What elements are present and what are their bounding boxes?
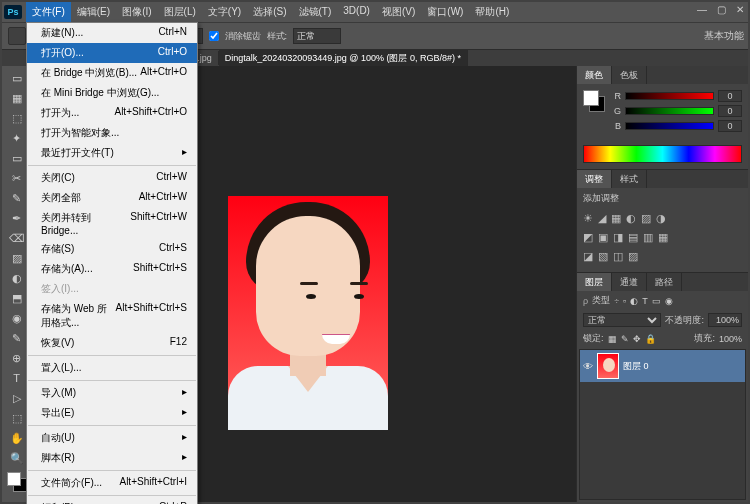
- tab-channels[interactable]: 通道: [612, 273, 647, 291]
- menu-item[interactable]: 恢复(V)F12: [27, 333, 197, 353]
- tool-5[interactable]: ✂: [8, 169, 26, 187]
- right-panels: 颜色 色板 R0 G0 B0 调整 样式 添加调整 ☀◢▦◐▨◑ ◩▣◨▤: [576, 66, 748, 502]
- tool-17[interactable]: ⬚: [8, 409, 26, 427]
- window-controls: — ▢ ✕: [697, 4, 744, 15]
- tool-preset-button[interactable]: [8, 27, 26, 45]
- menu-0[interactable]: 文件(F): [26, 2, 71, 22]
- tool-9[interactable]: ▨: [8, 249, 26, 267]
- menu-item[interactable]: 存储为 Web 所用格式...Alt+Shift+Ctrl+S: [27, 299, 197, 333]
- opacity-label: 不透明度:: [665, 314, 704, 327]
- menu-item: 签入(I)...: [27, 279, 197, 299]
- layer-thumbnail[interactable]: [597, 353, 619, 379]
- menu-item[interactable]: 打开(O)...Ctrl+O: [27, 43, 197, 63]
- menu-4[interactable]: 文字(Y): [202, 2, 247, 22]
- tab-paths[interactable]: 路径: [647, 273, 682, 291]
- slider-g[interactable]: [625, 107, 714, 115]
- lock-move-icon[interactable]: ✥: [633, 334, 641, 344]
- value-g[interactable]: 0: [718, 105, 742, 117]
- tool-13[interactable]: ✎: [8, 329, 26, 347]
- opacity-field[interactable]: 100%: [708, 313, 742, 327]
- value-r[interactable]: 0: [718, 90, 742, 102]
- lock-trans-icon[interactable]: ▦: [608, 334, 617, 344]
- file-menu-dropdown: 新建(N)...Ctrl+N打开(O)...Ctrl+O在 Bridge 中浏览…: [26, 22, 198, 504]
- tab-styles[interactable]: 样式: [612, 170, 647, 188]
- tool-16[interactable]: ▷: [8, 389, 26, 407]
- color-swatch[interactable]: [583, 90, 605, 112]
- fg-bg-swatch[interactable]: [7, 472, 27, 492]
- menu-item[interactable]: 在 Mini Bridge 中浏览(G)...: [27, 83, 197, 103]
- tool-2[interactable]: ⬚: [8, 109, 26, 127]
- lock-label: 锁定:: [583, 332, 604, 345]
- antialias-label: 消除锯齿: [225, 30, 261, 43]
- style-select[interactable]: 正常: [293, 28, 341, 44]
- menu-item[interactable]: 打开为...Alt+Shift+Ctrl+O: [27, 103, 197, 123]
- menu-item[interactable]: 关闭并转到 Bridge...Shift+Ctrl+W: [27, 208, 197, 239]
- menu-9[interactable]: 窗口(W): [421, 2, 469, 22]
- tool-1[interactable]: ▦: [8, 89, 26, 107]
- menu-5[interactable]: 选择(S): [247, 2, 292, 22]
- close-button[interactable]: ✕: [736, 4, 744, 15]
- tool-7[interactable]: ✒: [8, 209, 26, 227]
- menu-item[interactable]: 打开为智能对象...: [27, 123, 197, 143]
- menubar: Ps 文件(F)编辑(E)图像(I)图层(L)文字(Y)选择(S)滤镜(T)3D…: [2, 2, 748, 22]
- tool-8[interactable]: ⌫: [8, 229, 26, 247]
- color-spectrum[interactable]: [583, 145, 742, 163]
- menu-item[interactable]: 脚本(R)▸: [27, 448, 197, 468]
- add-adjustment-label: 添加调整: [577, 188, 748, 209]
- style-label: 样式:: [267, 30, 288, 43]
- blend-mode-select[interactable]: 正常: [583, 313, 661, 327]
- menu-8[interactable]: 视图(V): [376, 2, 421, 22]
- tool-0[interactable]: ▭: [8, 69, 26, 87]
- tool-14[interactable]: ⊕: [8, 349, 26, 367]
- doc-tab[interactable]: Dingtalk_20240320093449.jpg @ 100% (图层 0…: [219, 50, 468, 66]
- tool-10[interactable]: ◐: [8, 269, 26, 287]
- tool-4[interactable]: ▭: [8, 149, 26, 167]
- menu-item[interactable]: 关闭(C)Ctrl+W: [27, 168, 197, 188]
- menu-3[interactable]: 图层(L): [158, 2, 202, 22]
- lock-all-icon[interactable]: 🔒: [645, 334, 656, 344]
- minimize-button[interactable]: —: [697, 4, 707, 15]
- fill-field[interactable]: 100%: [719, 334, 742, 344]
- menu-2[interactable]: 图像(I): [116, 2, 157, 22]
- tab-color[interactable]: 颜色: [577, 66, 612, 84]
- menu-item[interactable]: 存储(S)Ctrl+S: [27, 239, 197, 259]
- app-logo: Ps: [4, 5, 22, 19]
- menu-7[interactable]: 3D(D): [337, 2, 376, 22]
- tool-6[interactable]: ✎: [8, 189, 26, 207]
- tool-12[interactable]: ◉: [8, 309, 26, 327]
- antialias-checkbox[interactable]: [209, 31, 219, 41]
- menu-item[interactable]: 关闭全部Alt+Ctrl+W: [27, 188, 197, 208]
- tool-18[interactable]: ✋: [8, 429, 26, 447]
- menu-item[interactable]: 存储为(A)...Shift+Ctrl+S: [27, 259, 197, 279]
- menu-item[interactable]: 新建(N)...Ctrl+N: [27, 23, 197, 43]
- menu-1[interactable]: 编辑(E): [71, 2, 116, 22]
- slider-r[interactable]: [625, 92, 714, 100]
- slider-b[interactable]: [625, 122, 714, 130]
- layer-row[interactable]: 👁 图层 0: [580, 350, 745, 382]
- menu-item[interactable]: 在 Bridge 中浏览(B)...Alt+Ctrl+O: [27, 63, 197, 83]
- menu-10[interactable]: 帮助(H): [469, 2, 515, 22]
- menu-item[interactable]: 文件简介(F)...Alt+Shift+Ctrl+I: [27, 473, 197, 493]
- menu-item[interactable]: 导出(E)▸: [27, 403, 197, 423]
- value-b[interactable]: 0: [718, 120, 742, 132]
- tab-swatches[interactable]: 色板: [612, 66, 647, 84]
- tool-15[interactable]: T: [8, 369, 26, 387]
- tool-11[interactable]: ⬒: [8, 289, 26, 307]
- maximize-button[interactable]: ▢: [717, 4, 726, 15]
- tab-layers[interactable]: 图层: [577, 273, 612, 291]
- menu-item[interactable]: 打印(P)...Ctrl+P: [27, 498, 197, 504]
- tab-adjustments[interactable]: 调整: [577, 170, 612, 188]
- filter-type[interactable]: 类型: [592, 294, 610, 307]
- tool-19[interactable]: 🔍: [8, 449, 26, 467]
- menu-6[interactable]: 滤镜(T): [293, 2, 338, 22]
- menu-item[interactable]: 导入(M)▸: [27, 383, 197, 403]
- layer-name[interactable]: 图层 0: [623, 360, 649, 373]
- visibility-icon[interactable]: 👁: [583, 361, 593, 372]
- document-image[interactable]: [228, 196, 388, 430]
- workspace-label[interactable]: 基本功能: [704, 29, 744, 43]
- menu-item[interactable]: 最近打开文件(T)▸: [27, 143, 197, 163]
- tool-3[interactable]: ✦: [8, 129, 26, 147]
- menu-item[interactable]: 置入(L)...: [27, 358, 197, 378]
- menu-item[interactable]: 自动(U)▸: [27, 428, 197, 448]
- lock-paint-icon[interactable]: ✎: [621, 334, 629, 344]
